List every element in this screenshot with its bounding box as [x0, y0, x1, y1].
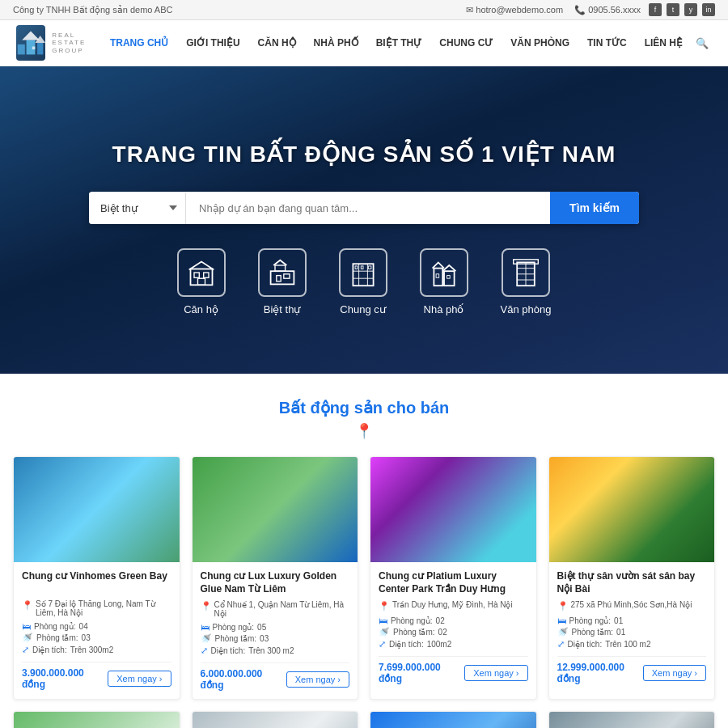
- logo[interactable]: REAL ESTATE GROUP: [16, 25, 102, 61]
- property-price-1: 3.900.000.000 đồng: [22, 667, 108, 690]
- property-card-6[interactable]: Căn hộ The Art: [192, 711, 359, 728]
- cat-can-ho-icon: [177, 248, 226, 297]
- phone-contact: 📞 0905.56.xxxx: [574, 5, 641, 15]
- search-bar: Biệt thự Căn hộ Nhà phố Chung cư Văn phò…: [89, 192, 639, 224]
- nav-nha-pho[interactable]: NHÀ PHỐ: [306, 32, 366, 53]
- property-footer-2: 6.000.000.000 đồng Xem ngay ›: [201, 662, 350, 691]
- property-price-2: 6.000.000.000 đồng: [201, 668, 286, 691]
- property-price-4: 12.999.000.000 đồng: [557, 662, 643, 684]
- property-image-5: [14, 712, 180, 728]
- bath-icon-4: 🚿: [557, 627, 569, 637]
- property-card-5[interactable]: Căn hộ Opal Skyview: [13, 711, 180, 728]
- property-info-4: Biệt thự sân vườn sát sân bay Nội Bài 📍 …: [549, 562, 715, 692]
- hero-title: TRANG TIN BẤT ĐỘNG SẢN SỐ 1 VIỆT NAM: [16, 141, 712, 167]
- area-icon-2: ⤢: [201, 645, 208, 656]
- property-footer-4: 12.999.000.000 đồng Xem ngay ›: [557, 656, 707, 684]
- nav-chung-cu[interactable]: CHUNG CƯ: [431, 32, 501, 53]
- prop-area-2: ⤢ Diện tích: Trên 300 m2: [201, 645, 350, 656]
- pin-icon-4: 📍: [557, 601, 569, 612]
- property-image-1: [14, 457, 180, 562]
- cat-chung-cu-label: Chung cư: [340, 303, 385, 315]
- prop-bath-2: 🚿 Phòng tắm: 03: [201, 633, 350, 644]
- view-button-1[interactable]: Xem ngay ›: [108, 671, 171, 687]
- svg-rect-19: [355, 266, 358, 269]
- cat-van-phong-icon: [502, 248, 550, 297]
- pin-icon-3: 📍: [379, 601, 390, 612]
- cat-chung-cu-icon: [339, 248, 387, 297]
- prop-area-4: ⤢ Diện tích: Trên 100 m2: [557, 639, 707, 650]
- bath-icon-1: 🚿: [22, 633, 33, 643]
- bed-icon-2: 🛏: [201, 622, 210, 632]
- logo-icon: [16, 25, 45, 61]
- hero-categories: Căn hộ Biệt thự: [16, 248, 712, 315]
- prop-bed-1: 🛏 Phòng ngủ: 04: [22, 621, 171, 631]
- facebook-icon[interactable]: f: [649, 3, 662, 16]
- svg-marker-2: [22, 32, 40, 40]
- search-input[interactable]: [186, 193, 550, 224]
- cat-biet-thu[interactable]: Biệt thự: [258, 248, 307, 315]
- nav-tin-tuc[interactable]: TIN TỨC: [579, 32, 635, 53]
- nav-gioi-thieu[interactable]: GIỚI THIỆU: [178, 32, 248, 53]
- properties-grid: Chung cư Vinhomes Green Bay 📍 Số 7 Đại l…: [13, 456, 715, 700]
- property-address-2: 📍 Cổ Nhuế 1, Quận Nam Từ Liêm, Hà Nội: [201, 600, 350, 618]
- property-card-2[interactable]: Chung cư Lux Luxury Golden Glue Nam Từ L…: [192, 456, 359, 700]
- property-name-4: Biệt thự sân vườn sát sân bay Nội Bài: [557, 570, 707, 595]
- svg-rect-10: [270, 271, 294, 284]
- property-name-1: Chung cư Vinhomes Green Bay: [22, 570, 171, 595]
- view-button-3[interactable]: Xem ngay ›: [464, 665, 527, 681]
- property-card-4[interactable]: Biệt thự sân vườn sát sân bay Nội Bài 📍 …: [548, 456, 716, 700]
- cat-nha-pho[interactable]: Nhà phố: [420, 248, 468, 315]
- cat-chung-cu[interactable]: Chung cư: [339, 248, 387, 315]
- pin-icon-2: 📍: [201, 601, 212, 612]
- property-card-8[interactable]: Căn hộ Star Wish PentHouse: [548, 711, 716, 728]
- nav-trang-chu[interactable]: TRANG CHỦ: [102, 32, 176, 53]
- prop-bed-3: 🛏 Phòng ngủ: 02: [379, 616, 528, 625]
- nav-biet-thu[interactable]: BIỆT THỰ: [368, 32, 430, 53]
- view-button-2[interactable]: Xem ngay ›: [286, 671, 349, 688]
- cat-van-phong[interactable]: Văn phòng: [501, 248, 552, 315]
- prop-area-1: ⤢ Diện tích: Trên 300m2: [22, 645, 171, 655]
- properties-grid-2: Căn hộ Opal Skyview Căn hộ The Art Chung…: [13, 711, 715, 728]
- cat-can-ho[interactable]: Căn hộ: [177, 248, 226, 315]
- logo-text: REAL ESTATE GROUP: [52, 32, 102, 55]
- view-button-4[interactable]: Xem ngay ›: [643, 665, 706, 681]
- youtube-icon[interactable]: y: [684, 3, 697, 16]
- nav-can-ho[interactable]: CĂN HỘ: [250, 32, 304, 53]
- svg-rect-12: [276, 276, 280, 281]
- prop-bed-2: 🛏 Phòng ngủ: 05: [201, 622, 350, 632]
- search-button[interactable]: Tìm kiếm: [550, 192, 639, 224]
- cat-biet-thu-icon: [258, 248, 307, 297]
- for-sale-section: Bất động sản cho bán 📍 Chung cư Vinhomes…: [0, 374, 728, 728]
- property-type-select[interactable]: Biệt thự Căn hộ Nhà phố Chung cư Văn phò…: [89, 193, 186, 224]
- email-icon: ✉: [466, 5, 473, 15]
- property-address-4: 📍 275 xã Phú Minh,Sóc Sơn,Hà Nội: [557, 600, 707, 612]
- top-bar: Công ty TNHH Bất động sản demo ABC ✉ hot…: [0, 0, 728, 20]
- bed-icon-4: 🛏: [557, 616, 566, 625]
- property-card-7[interactable]: Chung cư Vinhomes Symphony: [370, 711, 537, 728]
- section-title: Bất động sản cho bán: [13, 398, 715, 417]
- property-price-3: 7.699.000.000 đồng: [379, 662, 464, 684]
- svg-rect-4: [37, 43, 43, 54]
- area-icon-3: ⤢: [379, 639, 386, 650]
- property-image-8: [549, 712, 715, 728]
- property-image-2: [193, 457, 358, 562]
- prop-bath-3: 🚿 Phòng tắm: 02: [379, 627, 528, 637]
- svg-rect-0: [18, 44, 25, 55]
- property-card-3[interactable]: Chung cư Platium Luxury Center Park Trần…: [370, 456, 537, 700]
- twitter-icon[interactable]: t: [667, 3, 679, 16]
- prop-bath-4: 🚿 Phòng tắm: 01: [557, 627, 707, 637]
- email-contact: ✉ hotro@webdemo.com: [466, 5, 563, 15]
- linkedin-icon[interactable]: in: [702, 3, 715, 16]
- bed-icon-1: 🛏: [22, 621, 31, 631]
- property-card-1[interactable]: Chung cư Vinhomes Green Bay 📍 Số 7 Đại l…: [13, 456, 180, 700]
- company-name: Công ty TNHH Bất động sản demo ABC: [13, 5, 173, 15]
- svg-rect-7: [194, 273, 199, 277]
- top-bar-right: ✉ hotro@webdemo.com 📞 0905.56.xxxx f t y…: [466, 3, 715, 16]
- phone-icon: 📞: [574, 5, 586, 15]
- svg-rect-3: [32, 47, 36, 50]
- svg-rect-24: [436, 274, 439, 278]
- nav-lien-he[interactable]: LIÊN HỆ: [637, 32, 691, 53]
- nav-van-phong[interactable]: VĂN PHÒNG: [502, 32, 578, 53]
- svg-rect-13: [283, 274, 289, 278]
- search-nav-icon[interactable]: 🔍: [692, 34, 712, 53]
